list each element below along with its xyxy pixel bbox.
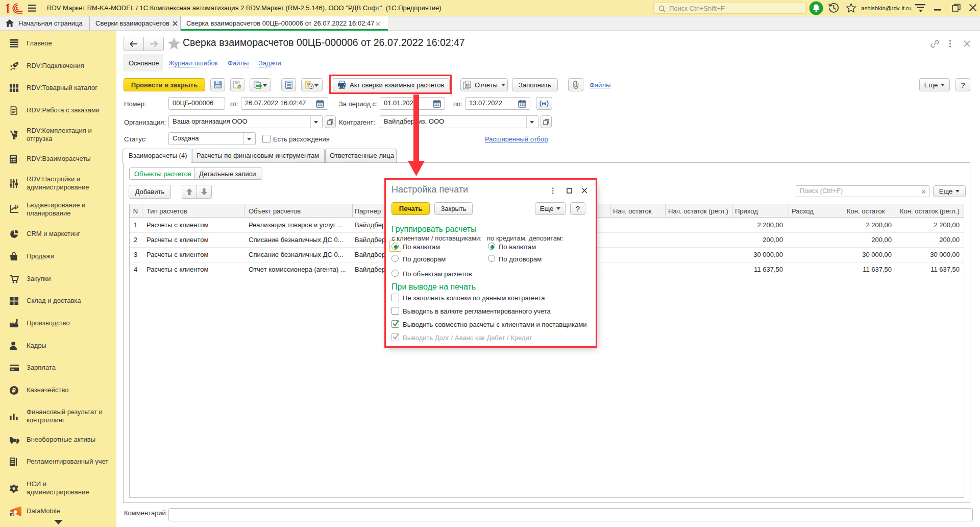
svg-text:₽: ₽ xyxy=(12,387,16,393)
